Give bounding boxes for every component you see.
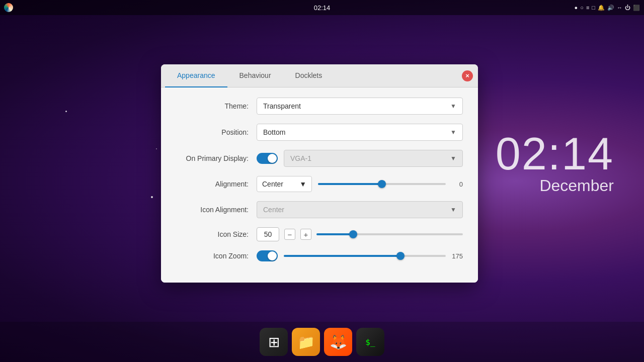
icon-zoom-row: Icon Zoom: 175 — [176, 250, 463, 261]
topbar-right: ● ○ ≡ □ 🔔 🔊 ↔ ⏻ ⬛ — [575, 5, 640, 11]
alignment-slider-track — [318, 183, 446, 185]
tab-docklets[interactable]: Docklets — [283, 64, 335, 87]
icon-zoom-control: 175 — [257, 250, 463, 261]
topbar-clock: 02:14 — [314, 4, 331, 12]
taskbar: ⊞ 📁 🦊 $_ — [0, 322, 644, 362]
system-logo-icon[interactable] — [4, 3, 13, 12]
monitor-dropdown: VGA-1 ▼ — [284, 150, 463, 167]
icon-alignment-dropdown: Center ▼ — [257, 201, 463, 218]
icon-size-slider-track — [316, 233, 463, 235]
position-value: Bottom — [263, 128, 285, 136]
icon-size-decrease-button[interactable]: − — [284, 229, 295, 240]
icon-alignment-label: Icon Alignment: — [176, 206, 257, 214]
files-icon[interactable]: □ — [592, 5, 595, 11]
primary-display-row: On Primary Display: VGA-1 ▼ — [176, 150, 463, 167]
icon-size-slider-container — [316, 233, 463, 235]
dialog-body: Theme: Transparent ▼ Position: Bottom ▼ — [161, 87, 478, 283]
dialog: Appearance Behaviour Docklets × Theme: T… — [161, 64, 478, 283]
grid-icon: ⊞ — [268, 334, 280, 350]
topbar: 02:14 ● ○ ≡ □ 🔔 🔊 ↔ ⏻ ⬛ — [0, 0, 644, 15]
topbar-left — [4, 3, 13, 12]
theme-value: Transparent — [263, 102, 301, 110]
power-icon[interactable]: ⏻ — [625, 5, 630, 11]
alignment-value: Center — [262, 180, 283, 188]
indicator-icon-1: ● — [575, 5, 578, 11]
volume-icon[interactable]: 🔊 — [607, 5, 614, 11]
monitor-arrow-icon: ▼ — [450, 155, 456, 162]
icon-size-control: 50 − + — [257, 227, 463, 241]
toggle-knob — [268, 154, 277, 163]
icon-alignment-control: Center ▼ — [257, 201, 463, 218]
dock-icon-files[interactable]: 📁 — [292, 328, 320, 356]
alignment-slider-container: 0 — [318, 180, 463, 188]
monitor-value: VGA-1 — [290, 154, 311, 162]
theme-row: Theme: Transparent ▼ — [176, 98, 463, 115]
theme-control: Transparent ▼ — [257, 98, 463, 115]
icon-zoom-toggle[interactable] — [257, 250, 278, 261]
icon-zoom-slider-fill — [284, 255, 400, 257]
alignment-row: Alignment: Center ▼ 0 — [176, 176, 463, 192]
icon-zoom-toggle-knob — [268, 251, 277, 260]
network-icon[interactable]: ↔ — [617, 5, 622, 11]
icon-size-controls: 50 − + — [257, 227, 463, 241]
alignment-control: Center ▼ 0 — [257, 176, 463, 192]
theme-label: Theme: — [176, 102, 257, 110]
icon-size-slider-thumb[interactable] — [349, 230, 357, 238]
icon-size-input[interactable]: 50 — [257, 227, 279, 241]
dock-icon-grid[interactable]: ⊞ — [260, 328, 288, 356]
alignment-arrow-icon: ▼ — [299, 180, 306, 188]
position-dropdown[interactable]: Bottom ▼ — [257, 124, 463, 141]
icon-size-slider-fill — [316, 233, 353, 235]
icon-zoom-value: 175 — [451, 252, 463, 260]
desktop-clock: 02:14 December — [496, 131, 614, 195]
icon-zoom-slider-thumb[interactable] — [396, 252, 405, 260]
primary-display-label: On Primary Display: — [176, 154, 257, 162]
alignment-select[interactable]: Center ▼ — [257, 176, 312, 192]
position-row: Position: Bottom ▼ — [176, 124, 463, 141]
position-arrow-icon: ▼ — [450, 129, 456, 136]
position-control: Bottom ▼ — [257, 124, 463, 141]
firefox-icon: 🦊 — [330, 334, 347, 350]
notification-icon[interactable]: 🔔 — [598, 5, 605, 11]
primary-display-control: VGA-1 ▼ — [257, 150, 463, 167]
desktop: 02:14 ● ○ ≡ □ 🔔 🔊 ↔ ⏻ ⬛ 02:14 December A… — [0, 0, 644, 362]
close-button[interactable]: × — [462, 70, 473, 81]
icon-zoom-slider-track — [284, 255, 446, 257]
dock-icon-firefox[interactable]: 🦊 — [324, 328, 352, 356]
alignment-slider-fill — [318, 183, 382, 185]
dialog-tabs: Appearance Behaviour Docklets × — [161, 64, 478, 87]
alignment-slider-value: 0 — [451, 180, 463, 188]
files-folder-icon: 📁 — [297, 334, 315, 350]
tab-behaviour[interactable]: Behaviour — [227, 64, 283, 87]
icon-alignment-value: Center — [263, 206, 284, 214]
terminal-icon: $_ — [365, 337, 375, 347]
alignment-slider-thumb[interactable] — [378, 180, 386, 188]
theme-dropdown[interactable]: Transparent ▼ — [257, 98, 463, 115]
icon-alignment-row: Icon Alignment: Center ▼ — [176, 201, 463, 218]
dock-icon-terminal[interactable]: $_ — [356, 328, 384, 356]
icon-zoom-toggle-row: 175 — [257, 250, 463, 261]
desktop-time-display: 02:14 — [496, 131, 614, 176]
primary-display-toggle[interactable] — [257, 153, 278, 164]
tab-appearance[interactable]: Appearance — [165, 64, 227, 87]
session-icon[interactable]: ⬛ — [633, 5, 640, 11]
icon-size-increase-button[interactable]: + — [300, 229, 311, 240]
icon-size-label: Icon Size: — [176, 230, 257, 238]
desktop-date-display: December — [496, 176, 614, 195]
theme-arrow-icon: ▼ — [450, 103, 456, 110]
icon-zoom-label: Icon Zoom: — [176, 252, 257, 260]
position-label: Position: — [176, 128, 257, 136]
alignment-label: Alignment: — [176, 180, 257, 188]
menu-icon[interactable]: ≡ — [586, 5, 589, 11]
icon-alignment-arrow-icon: ▼ — [450, 206, 456, 213]
indicator-icon-2: ○ — [580, 5, 584, 11]
icon-size-row: Icon Size: 50 − + — [176, 227, 463, 241]
icon-zoom-slider-container: 175 — [284, 252, 463, 260]
